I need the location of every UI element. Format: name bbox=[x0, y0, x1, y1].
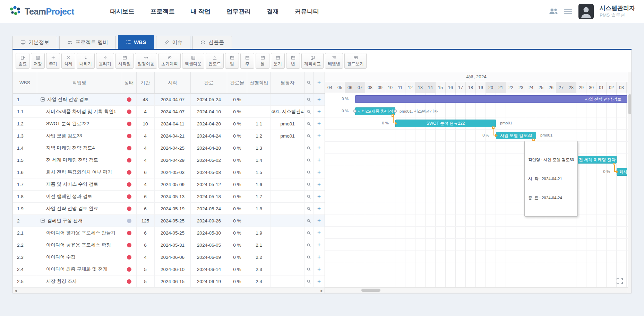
table-row[interactable]: 1.9 사업 전략 전망 검토 완료 6 2024-05-19 2024-05-… bbox=[13, 203, 325, 215]
toolbar-startdate-button[interactable]: 시작일 bbox=[115, 53, 134, 69]
add-child-button[interactable]: + bbox=[314, 251, 325, 263]
toolbar-close-button[interactable]: 종료 bbox=[16, 53, 29, 69]
toolbar-add-button[interactable]: 추가 bbox=[46, 53, 60, 69]
grid-header-3[interactable]: 기간 bbox=[137, 72, 155, 93]
scroll-thumb[interactable] bbox=[361, 289, 380, 292]
grid-header-2[interactable]: 상태 bbox=[122, 72, 137, 93]
toolbar-quarter-button[interactable]: 분기 bbox=[271, 53, 285, 69]
scroll-right-arrow[interactable]: ▶ bbox=[319, 288, 325, 293]
tab-issue[interactable]: 이슈 bbox=[156, 36, 190, 49]
add-column-button[interactable]: + bbox=[314, 72, 325, 93]
tab-wbs[interactable]: WBS bbox=[118, 35, 154, 49]
toolbar-by-level-button[interactable]: 레벨별 bbox=[325, 53, 343, 69]
toolbar-save-button[interactable]: 저장 bbox=[31, 53, 45, 69]
search-icon[interactable] bbox=[304, 72, 314, 93]
add-child-button[interactable]: + bbox=[314, 215, 325, 227]
table-row[interactable]: 2.5 시장 환경 조사 5 2024-06-15 2024-06-19 0 %… bbox=[13, 275, 325, 288]
add-child-button[interactable]: + bbox=[314, 178, 325, 190]
scroll-left-arrow[interactable]: ◀ bbox=[13, 288, 18, 293]
add-child-button[interactable]: + bbox=[314, 166, 325, 178]
nav-item[interactable]: 커뮤니티 bbox=[295, 7, 319, 16]
toolbar-year-button[interactable]: 년 bbox=[286, 53, 300, 69]
users-icon[interactable] bbox=[549, 8, 558, 15]
table-row[interactable]: 2 캠페인 구상 전개 125 2024-05-25 2024-09-26 0 … bbox=[13, 215, 325, 227]
search-icon[interactable] bbox=[304, 178, 314, 190]
search-icon[interactable] bbox=[304, 239, 314, 251]
search-icon[interactable] bbox=[304, 118, 314, 130]
table-row[interactable]: 1.3 사업 모델 검토33 4 2024-04-21 2024-04-24 0… bbox=[13, 130, 325, 142]
nav-item[interactable]: 결재 bbox=[267, 7, 279, 16]
toolbar-field-view-button[interactable]: 필드보기 bbox=[344, 53, 367, 69]
add-child-button[interactable]: + bbox=[314, 239, 325, 251]
nav-item[interactable]: 프로젝트 bbox=[151, 7, 175, 16]
grid-header-6[interactable]: 완료율 bbox=[227, 72, 247, 93]
add-child-button[interactable]: + bbox=[314, 154, 325, 166]
toolbar-delete-button[interactable]: 삭제 bbox=[61, 53, 75, 69]
scroll-thumb[interactable] bbox=[628, 94, 631, 114]
table-row[interactable]: 2.2 아이디어 공유용 프로세스 확정 6 2024-05-31 2024-0… bbox=[13, 239, 325, 251]
grid-header-8[interactable]: 담당자 bbox=[271, 72, 304, 93]
gantt-bar[interactable]: 서비스/제품 차이점 및 기회 확인1 bbox=[355, 107, 395, 115]
add-child-button[interactable]: + bbox=[314, 227, 325, 239]
toolbar-demote-button[interactable]: 내리기 bbox=[77, 53, 95, 69]
tab-members[interactable]: 프로젝트 멤버 bbox=[59, 36, 116, 49]
grid-header-7[interactable]: 선행작업 bbox=[247, 72, 271, 93]
table-row[interactable]: 1.6 회사 전략 목표와의치 여부 평가 6 2024-05-03 2024-… bbox=[13, 166, 325, 178]
add-child-button[interactable]: + bbox=[314, 191, 325, 202]
grid-header-5[interactable]: 완료 bbox=[191, 72, 227, 93]
table-row[interactable]: 1.4 지역 마케팅 전략 검토4 4 2024-04-25 2024-04-2… bbox=[13, 142, 325, 154]
grid-horizontal-scrollbar[interactable]: ◀ ▶ bbox=[13, 288, 325, 293]
table-row[interactable]: 1.8 이전 캠페인 성과 검토 6 2024-05-13 2024-05-18… bbox=[13, 191, 325, 203]
tab-basic[interactable]: 기본정보 bbox=[12, 36, 57, 49]
grid-header-1[interactable]: 작업명 bbox=[37, 72, 122, 93]
table-row[interactable]: 2.4 아이디어 최종 구체화 및 전개 5 2024-06-10 2024-0… bbox=[13, 263, 325, 275]
collapse-icon[interactable] bbox=[41, 97, 45, 102]
bar-handle[interactable] bbox=[394, 109, 397, 113]
tab-deliverable[interactable]: 산출물 bbox=[192, 36, 232, 49]
toolbar-shift-schedule-button[interactable]: 일정이동 bbox=[135, 53, 157, 69]
collapse-icon[interactable] bbox=[41, 219, 45, 223]
toolbar-plan-compare-button[interactable]: 계획비교 bbox=[301, 53, 324, 69]
bar-handle[interactable] bbox=[353, 109, 357, 113]
search-icon[interactable] bbox=[304, 191, 314, 202]
fullscreen-button[interactable] bbox=[616, 277, 624, 285]
toolbar-baseline-button[interactable]: 초기계획 bbox=[158, 53, 181, 69]
search-icon[interactable] bbox=[304, 263, 314, 275]
toolbar-day-button[interactable]: 일 bbox=[225, 53, 239, 69]
search-icon[interactable] bbox=[304, 94, 314, 105]
toolbar-promote-button[interactable]: 올리기 bbox=[96, 53, 114, 69]
add-child-button[interactable]: + bbox=[314, 106, 325, 117]
gantt-bar[interactable]: 사업 전략 전망 검토 bbox=[355, 95, 627, 103]
add-child-button[interactable]: + bbox=[314, 203, 325, 214]
search-icon[interactable] bbox=[304, 227, 314, 239]
search-icon[interactable] bbox=[304, 166, 314, 178]
nav-item[interactable]: 대시보드 bbox=[110, 7, 135, 16]
add-child-button[interactable]: + bbox=[314, 130, 325, 142]
toolbar-month-button[interactable]: 월 bbox=[256, 53, 269, 69]
gantt-bar[interactable]: SWOT 분석 완료222 bbox=[395, 120, 496, 127]
grid-header-0[interactable]: WBS bbox=[13, 72, 37, 93]
table-row[interactable]: 1.2 SWOT 분석 완료222 10 2024-04-11 2024-04-… bbox=[13, 118, 325, 130]
gantt-vertical-scrollbar[interactable] bbox=[628, 72, 631, 293]
gantt-horizontal-scrollbar[interactable] bbox=[325, 287, 628, 293]
nav-item[interactable]: 내 작업 bbox=[191, 7, 211, 16]
search-icon[interactable] bbox=[304, 130, 314, 142]
gantt-bar[interactable]: 전 세계 마케팅 전략 검토 bbox=[576, 156, 617, 164]
table-row[interactable]: 2.1 아이디어 평가용 프로세스 만들기 6 2024-05-25 2024-… bbox=[13, 227, 325, 239]
search-icon[interactable] bbox=[304, 275, 314, 287]
table-row[interactable]: 2.3 아이디어 수집 4 2024-06-06 2024-06-09 0 % … bbox=[13, 251, 325, 263]
table-row[interactable]: 1.5 전 세계 마케팅 전략 검토 4 2024-04-29 2024-05-… bbox=[13, 154, 325, 166]
nav-item[interactable]: 업무관리 bbox=[226, 7, 251, 16]
avatar[interactable] bbox=[578, 4, 594, 19]
search-icon[interactable] bbox=[304, 142, 314, 154]
add-child-button[interactable]: + bbox=[314, 263, 325, 275]
search-icon[interactable] bbox=[304, 154, 314, 166]
search-icon[interactable] bbox=[304, 203, 314, 214]
add-child-button[interactable]: + bbox=[314, 275, 325, 287]
menu-icon[interactable] bbox=[564, 8, 573, 15]
brand-logo[interactable]: TeamProject bbox=[9, 5, 74, 18]
table-row[interactable]: 1 사업 전략 전망 검토 48 2024-04-07 2024-05-24 0… bbox=[13, 94, 325, 106]
search-icon[interactable] bbox=[304, 251, 314, 263]
add-child-button[interactable]: + bbox=[314, 118, 325, 130]
toolbar-week-button[interactable]: 주 bbox=[240, 53, 254, 69]
